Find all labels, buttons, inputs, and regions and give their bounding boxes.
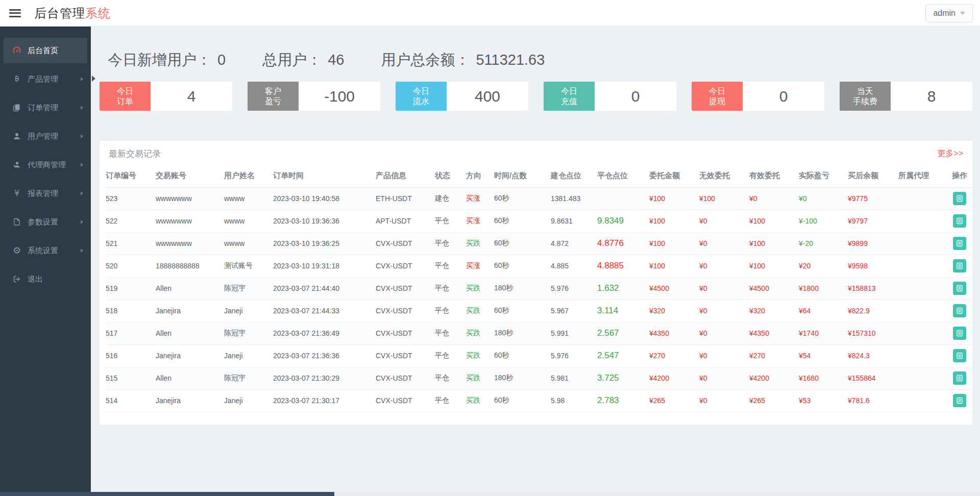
list-icon [956,330,963,337]
sidebar-collapse-handle[interactable] [92,76,95,82]
cell-order_id: 521 [106,232,156,255]
cell-agent [898,300,947,322]
table-row: 517Allen陈冠宇2023-03-07 21:36:49CVX-USDT平仓… [106,322,972,344]
cell-amount: ¥100 [649,255,699,277]
cell-invalid: ¥0 [699,210,749,232]
orders-icon [12,103,22,113]
order-detail-button[interactable] [953,304,966,317]
cell-balance: ¥157310 [848,322,898,344]
cell-duration: 60秒 [494,300,551,322]
cell-open_price: 5.981 [551,367,597,389]
cell-agent [898,277,947,300]
sidebar-item-label: 退出 [28,275,43,284]
cell-op [947,255,972,277]
sidebar: 后台首页 产品管理 订单管理 用户管理 代理商管理 ¥ 报表管理 [0,27,91,496]
sidebar-item-parameters[interactable]: 参数设置 [4,209,87,235]
sidebar-item-users[interactable]: 用户管理 [4,123,87,149]
sidebar-item-label: 参数设置 [28,217,58,227]
top-bar: 后台管理系统 admin [0,0,980,27]
order-detail-button[interactable] [953,282,966,295]
more-link[interactable]: 更多>> [937,148,963,159]
cell-profit: ¥-20 [799,232,848,255]
cell-status: 建仓 [435,187,466,210]
cell-product: APT-USDT [376,210,435,232]
table-row: 521wwwwwwwwwww2023-03-10 19:36:25CVX-USD… [106,232,972,255]
list-icon [956,217,963,225]
caret-down-icon [960,12,965,15]
sidebar-item-system-settings[interactable]: ⚙ 系统设置 [4,238,87,263]
cell-order_id: 515 [106,367,156,389]
summary-stats: 今日新增用户： 0 总用户： 46 用户总余额： 511321.63 [108,50,972,70]
cell-status: 平仓 [435,255,466,277]
scrollbar-thumb[interactable] [0,492,334,496]
cell-direction: 买跌 [466,389,494,412]
cell-balance: ¥9775 [848,187,898,210]
sidebar-item-products[interactable]: 产品管理 [4,66,87,92]
order-detail-button[interactable] [953,237,966,250]
cell-amount: ¥4350 [649,322,699,344]
column-header-status: 状态 [435,165,466,187]
table-row: 514JanejiraJaneji2023-03-07 21:30:17CVX-… [106,389,972,412]
table-row: 516JanejiraJaneji2023-03-07 21:36:36CVX-… [106,344,972,367]
admin-username: admin [933,9,955,18]
sidebar-item-logout[interactable]: 退出 [4,266,87,292]
cell-agent [898,367,947,389]
cell-op [947,277,972,300]
cell-valid: ¥4350 [749,322,799,344]
card-today-orders: 今日订单 4 [100,82,232,111]
cell-amount: ¥320 [649,300,699,322]
cell-valid: ¥320 [749,300,799,322]
cell-valid: ¥100 [749,232,799,255]
order-detail-button[interactable] [953,327,966,340]
cell-status: 平仓 [435,367,466,389]
cell-order_id: 518 [106,300,156,322]
cell-close_price: 2.547 [597,344,649,367]
cell-balance: ¥781.6 [848,389,898,412]
column-header-account: 交易账号 [156,165,224,187]
order-detail-button[interactable] [953,394,966,407]
stat-value: 511321.63 [476,52,545,68]
cell-profit: ¥-100 [799,210,848,232]
bitcoin-icon [12,74,22,84]
column-header-close_price: 平仓点位 [597,165,649,187]
cell-balance: ¥9899 [848,232,898,255]
chevron-right-icon [81,77,83,81]
order-detail-button[interactable] [953,371,966,385]
card-value: -100 [299,82,380,111]
order-detail-button[interactable] [953,214,966,228]
cell-direction: 买跌 [466,277,494,300]
cell-op [947,210,972,232]
card-value: 0 [743,82,824,111]
sidebar-item-label: 系统设置 [28,246,58,256]
cell-duration: 60秒 [494,344,551,367]
order-detail-button[interactable] [953,192,966,205]
cell-open_price: 4.885 [551,255,597,277]
horizontal-scrollbar[interactable] [0,492,980,496]
card-label: 客户盈亏 [248,82,299,111]
card-today-turnover: 今日流水 400 [396,82,528,111]
cell-agent [898,322,947,344]
cell-close_price: 3.725 [597,367,649,389]
card-customer-pnl: 客户盈亏 -100 [248,82,380,111]
admin-user-dropdown[interactable]: admin [925,4,973,22]
order-detail-button[interactable] [953,349,966,362]
cell-status: 平仓 [435,322,466,344]
sidebar-item-orders[interactable]: 订单管理 [4,95,87,120]
cell-profit: ¥0 [799,187,848,210]
order-detail-button[interactable] [953,259,966,272]
sidebar-item-home[interactable]: 后台首页 [4,38,87,63]
cell-duration: 180秒 [494,322,551,344]
chevron-right-icon [81,134,83,138]
cell-op [947,389,972,412]
sidebar-item-agents[interactable]: 代理商管理 [4,152,87,178]
cell-time: 2023-03-07 21:36:36 [273,344,376,367]
cell-op [947,300,972,322]
hamburger-menu-icon[interactable] [9,7,21,19]
sidebar-item-reports[interactable]: ¥ 报表管理 [4,181,87,206]
cell-invalid: ¥100 [699,187,749,210]
cell-amount: ¥100 [649,187,699,210]
cell-amount: ¥265 [649,389,699,412]
panel-title: 最新交易记录 [109,148,161,160]
cell-balance: ¥9598 [848,255,898,277]
stat-total-balance: 用户总余额： 511321.63 [381,50,545,70]
